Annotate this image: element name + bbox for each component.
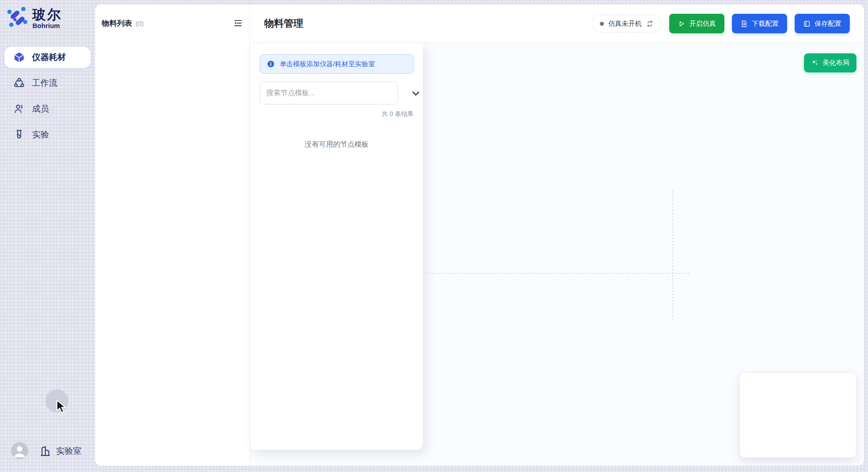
sidebar-item-workflow[interactable]: 工作流 (4, 72, 91, 94)
brand-name-en: Bohrium (32, 22, 62, 29)
templates-hint-text: 单击模板添加仪器/耗材至实验室 (280, 60, 375, 68)
workflow-icon (13, 77, 25, 89)
sidebar-menu: 仪器耗材 工作流 成员 实验 (0, 47, 95, 150)
layout-canvas[interactable]: 单击模板添加仪器/耗材至实验室 共 0 条结果 没有可用的节点模板 美化布 (250, 43, 864, 466)
brand-name-cn: 玻尔 (32, 8, 62, 22)
materials-list-count: (0) (136, 20, 144, 27)
download-config-button[interactable]: 下载配置 (732, 14, 787, 33)
menu-fold-icon (233, 18, 243, 28)
beautify-layout-label: 美化布局 (823, 59, 849, 67)
download-icon (740, 20, 748, 28)
materials-list-panel: 物料列表 (0) (95, 4, 249, 466)
page-title: 物料管理 (264, 17, 303, 30)
members-icon (13, 103, 25, 115)
search-input[interactable] (260, 81, 398, 104)
materials-list-title: 物料列表 (102, 18, 132, 28)
save-config-button[interactable]: 保存配置 (795, 14, 850, 33)
main-card: 物料列表 (0) 物料管理 仿真未开机 (95, 4, 864, 466)
canvas-guide-vertical (672, 190, 673, 320)
sidebar-item-label: 仪器耗材 (32, 52, 66, 63)
sidebar-item-label: 成员 (32, 103, 49, 115)
header-actions: 仿真未开机 开启仿真 (592, 14, 850, 33)
chevron-down-icon[interactable] (411, 88, 421, 98)
bohrium-logo-icon (6, 6, 28, 28)
brand-logo[interactable]: 玻尔 Bohrium (6, 6, 62, 29)
sidebar-item-members[interactable]: 成员 (4, 98, 91, 120)
sidebar-item-experiments[interactable]: 实验 (4, 124, 91, 145)
mouse-cursor-icon (55, 400, 68, 415)
beautify-layout-button[interactable]: 美化布局 (804, 53, 856, 72)
app-root: { "brand": { "name_cn": "玻尔", "name_en":… (0, 0, 868, 472)
sidebar-item-lab[interactable]: 实验室 (39, 445, 81, 457)
sidebar-item-instruments[interactable]: 仪器耗材 (4, 47, 91, 68)
node-templates-panel: 单击模板添加仪器/耗材至实验室 共 0 条结果 没有可用的节点模板 (250, 43, 423, 450)
search-result-count: 共 0 条结果 (250, 110, 423, 118)
empty-templates-text: 没有可用的节点模板 (250, 140, 423, 149)
lab-label: 实验室 (56, 445, 81, 457)
avatar-person-icon (11, 442, 28, 459)
info-icon (267, 60, 275, 68)
sidebar: 玻尔 Bohrium 仪器耗材 工作流 (0, 0, 95, 472)
main-column: 物料管理 仿真未开机 开启仿真 (249, 4, 864, 466)
minimap[interactable] (739, 372, 856, 458)
sidebar-item-label: 工作流 (32, 77, 57, 89)
canvas-guide-horizontal (426, 273, 690, 274)
start-simulation-button[interactable]: 开启仿真 (669, 14, 724, 33)
refresh-icon[interactable] (646, 20, 654, 28)
play-icon (678, 20, 685, 28)
experiment-icon (13, 129, 25, 140)
simulation-status-label: 仿真未开机 (608, 20, 642, 28)
materials-list-header: 物料列表 (0) (95, 4, 249, 28)
collapse-panel-button[interactable] (233, 18, 243, 28)
templates-hint-banner: 单击模板添加仪器/耗材至实验室 (260, 54, 414, 74)
sparkles-icon (811, 59, 819, 67)
save-icon (803, 20, 811, 28)
building-icon (39, 445, 52, 457)
templates-search-row (260, 81, 414, 104)
sidebar-item-label: 实验 (32, 129, 49, 140)
download-config-label: 下载配置 (752, 20, 779, 28)
user-avatar[interactable] (11, 442, 28, 459)
status-dot-icon (600, 22, 604, 26)
cube-icon (13, 52, 25, 63)
simulation-status-pill[interactable]: 仿真未开机 (592, 15, 662, 32)
page-header: 物料管理 仿真未开机 开启仿真 (250, 4, 864, 43)
save-config-label: 保存配置 (815, 20, 841, 28)
brand-text: 玻尔 Bohrium (32, 8, 62, 29)
start-simulation-label: 开启仿真 (689, 20, 716, 28)
